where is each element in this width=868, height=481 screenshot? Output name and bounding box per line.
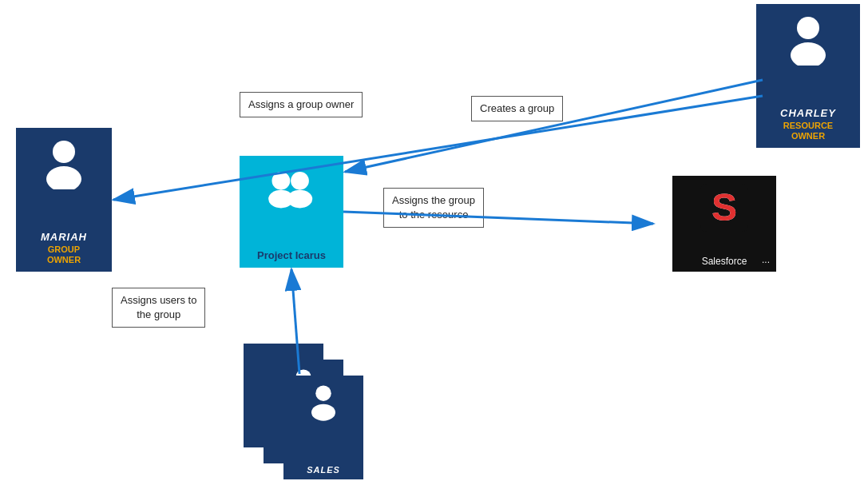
svg-point-1	[791, 42, 826, 66]
assigns-owner-arrow	[113, 96, 763, 200]
mariah-role: GROUPOWNER	[47, 244, 81, 265]
assigns-owner-label: Assigns a group owner	[240, 92, 363, 117]
salesforce-logo-icon: S S	[700, 184, 748, 232]
charley-person-icon	[784, 14, 832, 66]
assigns-users-label: Assigns users tothe group	[112, 288, 205, 328]
mariah-card: MARIAH GROUPOWNER	[16, 128, 112, 272]
creates-group-label: Creates a group	[471, 96, 563, 121]
svg-point-4	[272, 172, 291, 190]
creates-group-arrow	[345, 80, 763, 172]
charley-card: CHARLEY RESOURCEOWNER	[756, 4, 860, 148]
svg-text:S: S	[711, 186, 737, 229]
sales-card: SALES	[283, 376, 363, 479]
project-icarus-label: Project Icarus	[257, 249, 326, 261]
svg-point-7	[287, 190, 313, 209]
svg-point-13	[315, 385, 331, 401]
charley-name: CHARLEY	[780, 107, 836, 119]
sales-person-icon	[306, 382, 342, 422]
svg-point-3	[46, 166, 81, 189]
salesforce-card: S S Salesforce ...	[672, 176, 776, 272]
svg-point-6	[291, 172, 309, 190]
assigns-resource-label: Assigns the groupto the resource	[383, 188, 484, 228]
group-icon	[264, 162, 319, 214]
salesforce-dots: ...	[762, 254, 770, 265]
charley-role: RESOURCEOWNER	[783, 121, 833, 141]
sales-name: SALES	[307, 465, 340, 475]
svg-point-0	[797, 17, 819, 39]
mariah-name: MARIAH	[41, 231, 87, 243]
mariah-person-icon	[40, 137, 88, 189]
project-icarus-card: Project Icarus	[240, 156, 343, 268]
svg-point-14	[311, 404, 335, 421]
svg-point-2	[53, 141, 75, 163]
salesforce-label: Salesforce	[702, 256, 747, 267]
